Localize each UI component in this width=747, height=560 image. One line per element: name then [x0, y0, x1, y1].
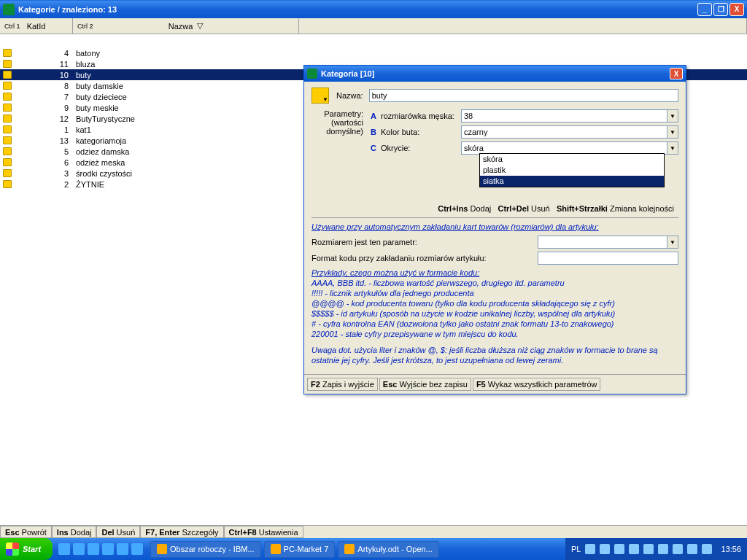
folder-icon: [3, 82, 12, 90]
ql-icon[interactable]: [131, 543, 143, 555]
param-combo[interactable]: ▼: [461, 109, 678, 122]
status-settings[interactable]: Ctrl+F8Ustawienia: [224, 526, 303, 538]
status-back[interactable]: EscPowrót: [0, 526, 52, 538]
ql-icon[interactable]: [88, 543, 99, 555]
sort-indicator-icon: ▽: [197, 21, 203, 31]
dropdown-option[interactable]: skóra: [480, 154, 664, 165]
main-titlebar: Kategorie / znaleziono: 13 _ ❐ X: [0, 0, 747, 18]
task-icon: [271, 544, 281, 554]
lang-indicator[interactable]: PL: [571, 545, 581, 553]
folder-icon: [3, 169, 12, 177]
start-button[interactable]: Start: [0, 538, 53, 560]
exit-button[interactable]: Esc Wyjście bez zapisu: [379, 378, 471, 391]
save-button[interactable]: F2 Zapis i wyjście: [307, 378, 378, 391]
folder-icon: [3, 49, 12, 57]
param-name: Kolor buta:: [381, 128, 461, 136]
tray-icon[interactable]: [687, 544, 697, 554]
chevron-down-icon[interactable]: ▼: [667, 141, 678, 155]
column-headers: Ctrl 1 KatId Ctrl 2 Nazwa ▽: [0, 18, 747, 34]
folder-icon: [3, 93, 12, 101]
format-label: Format kodu przy zakładaniu rozmiarów ar…: [311, 254, 538, 262]
rozmiar-label: Rozmiarem jest ten parametr:: [311, 238, 538, 246]
col-katid[interactable]: Ctrl 1 KatId: [0, 18, 73, 34]
dialog-close-button[interactable]: X: [670, 68, 683, 79]
folder-icon: [3, 147, 12, 155]
okrycie-dropdown-list[interactable]: skóraplastiksiatka: [479, 153, 665, 187]
status-details[interactable]: F7, EnterSzczegóły: [140, 526, 223, 538]
status-add[interactable]: InsDodaj: [52, 526, 97, 538]
tray-icon[interactable]: [643, 544, 654, 554]
param-combo[interactable]: ▼: [461, 125, 678, 139]
param-actions: Ctrl+Ins Dodaj Ctrl+Del Usuń Shift+Strza…: [311, 200, 678, 218]
app-icon: [3, 4, 15, 15]
format-input[interactable]: [538, 252, 678, 265]
ql-icon[interactable]: [73, 543, 85, 555]
tray-icon[interactable]: [702, 544, 712, 554]
dropdown-option[interactable]: plastik: [480, 165, 664, 176]
param-letter: B: [366, 128, 381, 136]
folder-icon: [3, 114, 12, 122]
list-button[interactable]: F5 Wykaz wszystkich parametrów: [473, 378, 601, 391]
tray-icon[interactable]: [585, 544, 595, 554]
windows-logo-icon: [6, 542, 19, 556]
tray-icon[interactable]: [600, 544, 610, 554]
ql-icon[interactable]: [58, 543, 70, 555]
folder-icon: [3, 180, 12, 188]
col-nazwa[interactable]: Ctrl 2 Nazwa ▽: [73, 18, 299, 34]
param-name: rozmiarówka męska:: [381, 112, 461, 120]
ql-icon[interactable]: [102, 543, 114, 555]
close-button[interactable]: X: [729, 3, 744, 16]
taskbar-button[interactable]: Artykuły.odt - Open...: [338, 541, 439, 558]
window-title: Kategorie / znaleziono: 13: [18, 5, 697, 14]
param-letter: C: [366, 144, 381, 152]
kategoria-dialog: Kategoria [10] X Nazwa: Parametry: (wart…: [303, 65, 686, 394]
chevron-down-icon[interactable]: ▼: [667, 125, 678, 139]
clock[interactable]: 13:56: [721, 545, 741, 553]
quick-launch: [53, 543, 149, 555]
system-tray: PL 13:56: [565, 538, 747, 560]
chevron-down-icon[interactable]: ▼: [667, 236, 678, 249]
param-letter: A: [366, 112, 381, 120]
dropdown-option[interactable]: siatka: [480, 176, 664, 187]
folder-icon[interactable]: [311, 88, 329, 104]
status-del[interactable]: DelUsuń: [96, 526, 140, 538]
minimize-button[interactable]: _: [697, 3, 712, 16]
taskbar: Start Obszar roboczy - IBM...PC-Market 7…: [0, 538, 747, 560]
param-name: Okrycie:: [381, 144, 461, 152]
dialog-icon: [307, 69, 317, 79]
task-icon: [157, 544, 167, 554]
col-empty: [299, 18, 747, 34]
folder-icon: [3, 60, 12, 68]
ql-icon[interactable]: [117, 543, 128, 555]
folder-icon: [3, 158, 12, 166]
dialog-title: Kategoria [10]: [321, 69, 670, 78]
taskbar-button[interactable]: Obszar roboczy - IBM...: [150, 541, 261, 558]
auto-link[interactable]: Używane przy automatycznym zakładaniu ka…: [311, 222, 678, 231]
maximize-button[interactable]: ❐: [713, 3, 728, 16]
tray-icon[interactable]: [673, 544, 683, 554]
tray-icon[interactable]: [658, 544, 668, 554]
help-text: Przykłady, czego można użyć w formacie k…: [311, 268, 678, 365]
table-row[interactable]: 4batony: [0, 47, 747, 58]
task-icon: [344, 544, 355, 554]
chevron-down-icon[interactable]: ▼: [667, 109, 678, 122]
dialog-statusbar: F2 Zapis i wyjście Esc Wyjście bez zapis…: [304, 374, 686, 394]
folder-icon: [3, 125, 12, 133]
folder-icon: [3, 104, 12, 112]
name-input[interactable]: [369, 89, 678, 102]
folder-icon: [3, 71, 12, 79]
tray-icon[interactable]: [629, 544, 639, 554]
name-label: Nazwa:: [336, 91, 363, 100]
taskbar-button[interactable]: PC-Market 7: [264, 541, 336, 558]
rozmiar-combo[interactable]: ▼: [538, 236, 678, 249]
dialog-titlebar: Kategoria [10] X: [304, 66, 686, 82]
tray-icon[interactable]: [614, 544, 624, 554]
folder-icon: [3, 136, 12, 144]
params-label: Parametry:: [311, 109, 363, 118]
main-statusbar: EscPowrót InsDodaj DelUsuń F7, EnterSzcz…: [0, 525, 747, 538]
